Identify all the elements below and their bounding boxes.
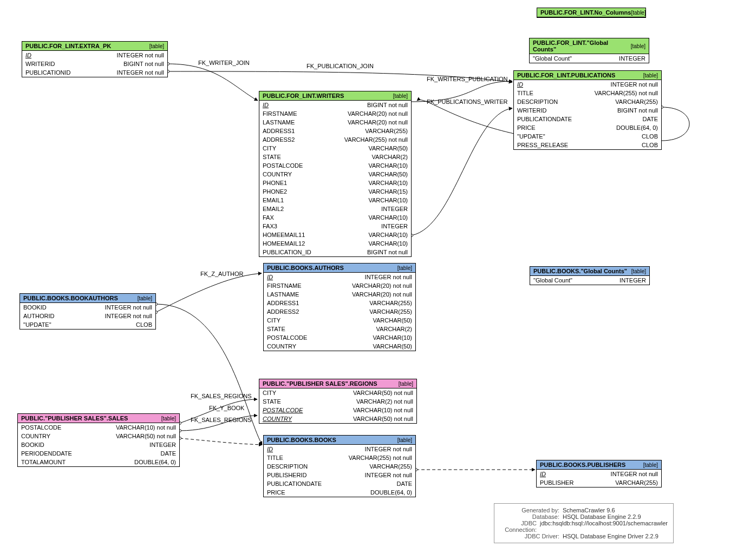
column-name: TITLE [267, 454, 293, 462]
column-type: VARCHAR(10) [368, 179, 408, 187]
column-name: DESCRIPTION [517, 98, 568, 106]
column-type: VARCHAR(20) not null [348, 118, 408, 126]
column-name: ADDRESS1 [267, 299, 309, 307]
column-row: POSTALCODEVARCHAR(10) not null [18, 423, 179, 432]
column-type: INTEGER not null [365, 273, 412, 281]
column-type: VARCHAR(10) [368, 214, 408, 221]
column-name: PRICE [267, 489, 295, 496]
column-name: LASTNAME [263, 118, 304, 126]
table-bookauthors: PUBLIC.BOOKS.BOOKAUTHORS[table] BOOKIDIN… [19, 293, 156, 330]
column-row: ADDRESS2VARCHAR(255) not null [259, 135, 411, 144]
edge-label: FK_SALES_REGIONS [191, 393, 252, 399]
footer-value: HSQL Database Engine Driver 2.2.9 [563, 533, 658, 539]
column-row: TOTALAMOUNTDOUBLE(64, 0) [18, 458, 179, 466]
column-type: INTEGER [619, 276, 646, 284]
column-type: DOUBLE(64, 0) [616, 124, 658, 131]
column-row: PUBLICATIONIDINTEGER not null [22, 68, 167, 77]
column-type: CLOB [642, 141, 658, 149]
column-type: VARCHAR(255) [365, 127, 408, 135]
column-row: CITYVARCHAR(50) [264, 316, 415, 325]
column-name: PUBLISHERID [267, 471, 316, 479]
column-type: BIGINT not null [367, 101, 408, 109]
table-tag: [table] [631, 268, 646, 274]
footer-value: SchemaCrawler 9.6 [563, 507, 615, 513]
column-name: "Global Count" [533, 55, 582, 62]
column-name: POSTALCODE [267, 334, 317, 341]
column-name: ID [540, 470, 556, 478]
column-name: FAX [263, 214, 284, 221]
column-type: VARCHAR(50) [368, 170, 408, 178]
column-row: CITYVARCHAR(50) [259, 144, 411, 153]
column-row: COUNTRYVARCHAR(50) not null [259, 414, 416, 423]
column-row: FAX3INTEGER [259, 222, 411, 230]
table-tag: [table] [397, 265, 412, 271]
column-row: PUBLISHERVARCHAR(255) [537, 478, 661, 487]
column-name: ID [517, 81, 533, 88]
table-sales: PUBLIC."PUBLISHER SALES".SALES[table] PO… [17, 413, 180, 467]
table-title: PUBLIC."PUBLISHER SALES".REGIONS [263, 380, 377, 387]
column-row: "UPDATE"CLOB [514, 132, 661, 141]
column-row: COUNTRYVARCHAR(50) not null [18, 432, 179, 440]
column-name: COUNTRY [263, 170, 302, 178]
column-type: BIGINT not null [367, 248, 408, 256]
column-type: CLOB [642, 133, 658, 140]
table-publications: PUBLIC.FOR_LINT.PUBLICATIONS[table] IDIN… [513, 70, 662, 150]
column-type: INTEGER not null [105, 312, 152, 320]
footer-value: jdbc:hsqldb:hsql://localhost:9001/schema… [540, 520, 668, 533]
table-title: PUBLIC.FOR_LINT.EXTRA_PK [25, 43, 111, 49]
column-row: LASTNAMEVARCHAR(20) not null [259, 118, 411, 127]
column-name: WRITERID [25, 60, 64, 68]
column-type: VARCHAR(2) [372, 153, 408, 161]
column-row: PRICEDOUBLE(64, 0) [514, 123, 661, 132]
table-title: PUBLIC.BOOKS.BOOKS [267, 437, 336, 443]
column-name: STATE [267, 325, 295, 333]
column-type: INTEGER not null [105, 304, 152, 311]
column-type: INTEGER [381, 205, 408, 213]
column-row: COUNTRYVARCHAR(50) [259, 170, 411, 179]
column-row: POSTALCODEVARCHAR(10) [259, 161, 411, 170]
column-name: PUBLICATIONDATE [267, 480, 331, 487]
column-name: PUBLICATIONID [25, 69, 81, 76]
column-type: INTEGER not null [365, 471, 412, 479]
column-name: COUNTRY [263, 415, 302, 423]
table-title: PUBLIC.BOOKS.PUBLISHERS [540, 462, 625, 468]
column-name: STATE [263, 153, 291, 161]
column-name: EMAIL1 [263, 196, 294, 204]
column-type: DOUBLE(64, 0) [370, 489, 412, 496]
column-row: PHONE2VARCHAR(15) [259, 187, 411, 196]
column-name: FIRSTNAME [267, 282, 311, 289]
column-row: IDBIGINT not null [259, 101, 411, 109]
column-row: HOMEEMAIL11VARCHAR(10) [259, 230, 411, 239]
column-row: IDINTEGER not null [514, 80, 661, 89]
column-type: INTEGER not null [117, 51, 164, 59]
column-type: VARCHAR(20) not null [352, 282, 412, 289]
column-type: VARCHAR(20) not null [352, 291, 412, 298]
column-row: BOOKIDINTEGER not null [20, 303, 155, 312]
column-name: PERIODENDDATE [21, 450, 82, 457]
table-title: PUBLIC.BOOKS.AUTHORS [267, 265, 344, 271]
column-name: CITY [263, 389, 286, 397]
column-row: STATEVARCHAR(2) [259, 153, 411, 161]
table-title: PUBLIC.FOR_LINT.WRITERS [263, 93, 344, 99]
column-type: VARCHAR(50) [373, 317, 412, 324]
column-row: TITLEVARCHAR(255) not null [514, 89, 661, 97]
table-tag: [table] [149, 43, 164, 49]
footer-key: Database: [500, 513, 559, 520]
table-authors: PUBLIC.BOOKS.AUTHORS[table] IDINTEGER no… [263, 263, 416, 351]
column-row: PERIODENDDATEDATE [18, 449, 179, 458]
column-type: VARCHAR(10) [368, 162, 408, 169]
column-type: INTEGER not null [365, 445, 412, 453]
column-row: PUBLICATIONDATEDATE [514, 115, 661, 123]
column-name: ADDRESS2 [267, 308, 309, 315]
column-name: CITY [267, 317, 290, 324]
column-type: VARCHAR(255) [615, 98, 658, 106]
column-name: CITY [263, 144, 286, 152]
column-row: COUNTRYVARCHAR(50) [264, 342, 415, 351]
column-row: PRESS_RELEASECLOB [514, 141, 661, 149]
column-row: EMAIL1VARCHAR(10) [259, 196, 411, 205]
table-tag: [table] [399, 381, 413, 387]
column-row: PRICEDOUBLE(64, 0) [264, 488, 415, 497]
table-tag: [table] [138, 295, 152, 301]
table-global-counts-books: PUBLIC.BOOKS."Global Counts"[table] "Glo… [530, 266, 650, 285]
column-type: DOUBLE(64, 0) [134, 458, 176, 466]
